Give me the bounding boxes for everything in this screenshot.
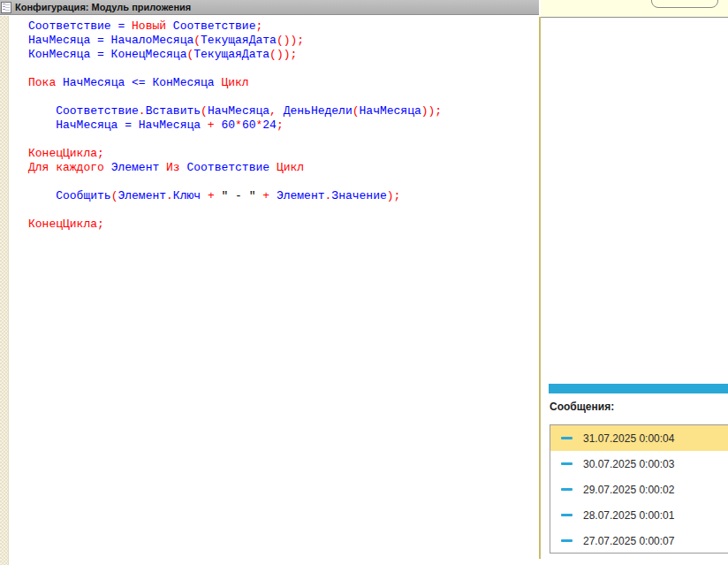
- message-timestamp: 30.07.2025 0:00:03: [583, 458, 674, 470]
- code-line: КонецЦикла;: [28, 147, 539, 161]
- message-dash-icon: [561, 462, 573, 465]
- code-line: КонецЦикла;: [28, 218, 539, 232]
- code-line: Соответствие.Вставить(НачМесяца, ДеньНед…: [28, 104, 539, 118]
- code-line: Соответствие = Новый Соответствие;: [28, 19, 539, 34]
- message-row[interactable]: 28.07.2025 0:00:01: [550, 502, 728, 528]
- code-line: [28, 203, 539, 218]
- message-dash-icon: [561, 437, 573, 439]
- message-dash-icon: [561, 488, 573, 491]
- messages-panel: Сообщения: 31.07.2025 0:00:0430.07.2025 …: [541, 0, 728, 565]
- code-line: Пока НачМесяца <= КонМесяца Цикл: [28, 76, 539, 90]
- messages-label: Сообщения:: [550, 401, 614, 413]
- messages-list[interactable]: 31.07.2025 0:00:0430.07.2025 0:00:0329.0…: [550, 424, 728, 554]
- code-line: НачМесяца = НачалоМесяца(ТекущаяДата());: [28, 34, 539, 48]
- window-titlebar[interactable]: Конфигурация: Модуль приложения: [0, 0, 539, 15]
- code-line: [28, 133, 539, 147]
- code-line: КонМесяца = КонецМесяца(ТекущаяДата());: [28, 48, 539, 62]
- code-line: Сообщить(Элемент.Ключ + " - " + Элемент.…: [28, 189, 539, 203]
- message-row[interactable]: 30.07.2025 0:00:03: [550, 451, 728, 477]
- message-dash-icon: [561, 539, 573, 542]
- editor-bookmark-margin[interactable]: [0, 16, 9, 565]
- code-editor[interactable]: Соответствие = Новый Соответствие;НачМес…: [10, 16, 539, 565]
- message-row[interactable]: 27.07.2025 0:00:07: [550, 528, 728, 554]
- code-line: НачМесяца = НачМесяца + 60*60*24;: [28, 118, 539, 133]
- message-row[interactable]: 31.07.2025 0:00:04: [550, 425, 728, 451]
- message-timestamp: 28.07.2025 0:00:01: [583, 509, 674, 522]
- message-dash-icon: [561, 514, 573, 516]
- code-line: [28, 175, 539, 189]
- form-button-partial[interactable]: [651, 0, 718, 8]
- window-title: Конфигурация: Модуль приложения: [15, 2, 191, 12]
- message-timestamp: 27.07.2025 0:00:07: [583, 535, 674, 547]
- messages-accent-bar: [549, 384, 728, 393]
- code-line: [28, 90, 539, 104]
- code-line: [28, 62, 539, 76]
- message-timestamp: 31.07.2025 0:00:04: [583, 432, 674, 445]
- message-timestamp: 29.07.2025 0:00:02: [583, 484, 674, 496]
- code-line: Для каждого Элемент Из Соответствие Цикл: [28, 161, 539, 175]
- code-editor-panel: Конфигурация: Модуль приложения Соответс…: [0, 0, 539, 565]
- message-row[interactable]: 29.07.2025 0:00:02: [550, 477, 728, 502]
- app-window: Конфигурация: Модуль приложения Соответс…: [0, 0, 728, 565]
- module-document-icon: [1, 2, 11, 13]
- form-toolbar-strip: [541, 0, 728, 18]
